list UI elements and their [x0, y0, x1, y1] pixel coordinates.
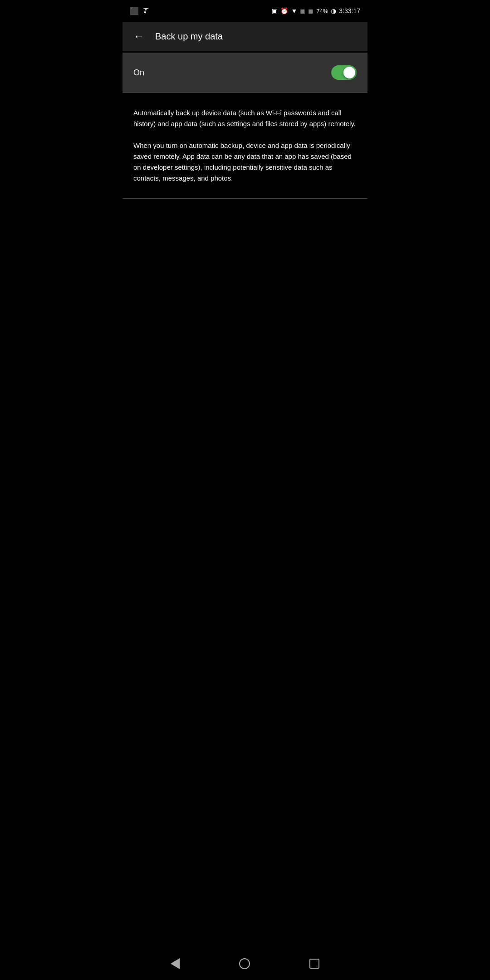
time: 3:33:17: [339, 7, 360, 15]
status-bar-right: ▣ ⏰ ▼ ◼ ◼ 74% ◑ 3:33:17: [272, 7, 360, 15]
description-area: Automatically back up device data (such …: [122, 93, 368, 198]
battery-level: 74%: [316, 8, 328, 15]
signal-off-icon1: ◼: [300, 7, 305, 15]
divider-bottom: [122, 198, 368, 199]
app-bar: ← Back up my data: [122, 22, 368, 51]
back-button[interactable]: ←: [130, 26, 148, 46]
vibrate-icon: ▣: [272, 7, 278, 15]
status-bar: ⬛ 𝕋 ▣ ⏰ ▼ ◼ ◼ 74% ◑ 3:33:17: [122, 0, 368, 22]
description-paragraph-1: Automatically back up device data (such …: [133, 108, 357, 129]
photos-icon: ⬛: [130, 7, 139, 15]
backup-toggle[interactable]: [331, 65, 357, 80]
status-bar-left: ⬛ 𝕋: [130, 7, 147, 15]
description-paragraph-2: When you turn on automatic backup, devic…: [133, 140, 357, 184]
alarm-icon: ⏰: [280, 7, 288, 15]
toggle-row[interactable]: On: [122, 53, 368, 93]
wifi-icon: ▼: [291, 7, 297, 15]
battery-icon: ◑: [331, 7, 336, 15]
signal-off-icon2: ◼: [308, 7, 314, 15]
newspaper-icon: 𝕋: [142, 7, 147, 15]
back-arrow-icon: ←: [133, 30, 144, 43]
main-content: On Automatically back up device data (su…: [122, 53, 368, 235]
toggle-label: On: [133, 68, 144, 78]
page-title: Back up my data: [155, 31, 223, 42]
